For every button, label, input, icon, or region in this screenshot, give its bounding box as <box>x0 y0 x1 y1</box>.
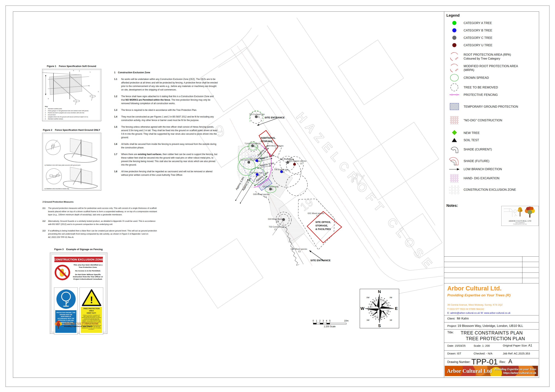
section-ground-protection: 2 Ground Protection Measures 2.1The grou… <box>43 201 160 242</box>
company-email-web[interactable]: E: admin@arbor-cultural.co.uk W: www.arb… <box>447 312 511 314</box>
signage-sheet: CONSTRUCTION EXCLUSION ZONE ✋ This area … <box>52 254 106 332</box>
revision-row <box>444 267 539 273</box>
compass-rose: N E S W nw ne sw se <box>360 289 399 328</box>
g02-leader <box>289 238 303 264</box>
legend-item-shade-current: SHADE (CURRENT) <box>448 145 538 154</box>
no-entry-icon: ✋ <box>54 264 71 281</box>
svg-text:T14 Common holly: T14 Common holly <box>245 142 261 145</box>
company-address: 36 Central Avenue, West Molesey, Surrey,… <box>447 303 503 306</box>
checked-field: Checked: - N/A <box>474 352 492 355</box>
figure1-key-lines: 1Standard scaffold poles 2Heavy gauge 2 … <box>45 108 88 120</box>
svg-text:3: 3 <box>45 112 46 114</box>
svg-text:2: 2 <box>45 110 46 112</box>
low-branch-arrow-icon <box>448 167 461 171</box>
figure1-title: Figure 1 Fence Specification Soft Ground <box>42 65 101 67</box>
clause-1-2: 1.2The fence shall have signs attached t… <box>114 95 218 105</box>
legend-item-category-b: CATEGORY B TREE <box>448 27 538 33</box>
new-tree-icon <box>448 130 461 136</box>
company-phone: T 0333 577 5523 M 07899 984162 <box>447 308 484 310</box>
cez-banner: CONSTRUCTION EXCLUSION ZONE <box>54 257 103 262</box>
svg-text:1: 1 <box>45 108 46 109</box>
rpa-arc-icon: RPA <box>448 51 461 62</box>
site-office-zone <box>307 211 342 243</box>
site-office-label: SITE OFFICE, STORAGE, & FACILITIES <box>315 221 331 231</box>
legend-item-protective-fencing: PROTECTIVE FENCING <box>448 93 538 97</box>
banner-company-name: Arbor Cultural Ltd <box>447 368 492 374</box>
svg-text:T05 Lawson cypress: T05 Lawson cypress <box>289 160 306 162</box>
category-b-dot-icon <box>448 27 461 33</box>
scale-field: Scale: 1: 200 <box>474 344 490 347</box>
revision-label: Rev: <box>499 360 506 364</box>
svg-text:W: W <box>361 306 365 311</box>
revision-value: A <box>508 358 512 365</box>
no-dig-icon <box>448 115 461 125</box>
drawing-title-line2: TREE PROTECTION PLAN <box>466 336 525 341</box>
section1-number: 1 <box>114 71 116 74</box>
svg-text:C1: C1 <box>253 145 256 147</box>
svg-text:SITE OFFICE,: SITE OFFICE, <box>315 221 331 224</box>
legend-item-hand-dig: HAND- DIG EXCAVATION <box>448 173 538 183</box>
company-logo-art <box>502 206 538 219</box>
svg-text:C2: C2 <box>276 220 279 223</box>
crown-spread-icon <box>448 74 461 82</box>
category-c-dot-icon <box>448 35 461 41</box>
drawing-number-value: TPP-01 <box>471 357 498 366</box>
legend-item-tree-removed: TREE TO BE REMOVED <box>448 83 538 92</box>
svg-text:C2: C2 <box>298 250 301 253</box>
figure2-drawing: a) Stabilizer strut with base plate secu… <box>42 133 101 190</box>
figure2-caption-b: b) Stabilizer strut mounted on block tra… <box>44 188 69 189</box>
company-slogan: Providing Expertise on Your Trees (R) <box>447 293 511 297</box>
section-construction-exclusion-zone: 1 Construction Exclusion Zone 1.1No work… <box>114 71 218 180</box>
notes-title: Notes: <box>446 203 458 208</box>
svg-text:C2: C2 <box>275 147 278 149</box>
legend-item-crown-spread: CROWN SPREAD <box>448 74 538 82</box>
svg-text:T12 Wild cherry: T12 Wild cherry <box>250 172 264 174</box>
svg-text:6: 6 <box>45 118 46 120</box>
svg-text:T06 English yew: T06 English yew <box>274 168 288 171</box>
svg-text:STORAGE,: STORAGE, <box>315 224 328 227</box>
svg-text:C1: C1 <box>274 228 277 231</box>
svg-text:C1: C1 <box>257 116 260 118</box>
site-entrance-bottom-label: SITE ENTRANCE <box>310 259 331 262</box>
legend-item-mrpa: RPA MODIFIED ROOT PROTECTION AREA(MRPA) <box>448 63 538 73</box>
job-ref-field: Job Ref: AC.2025.353 <box>503 352 530 355</box>
svg-text:& FACILITIES: & FACILITIES <box>315 228 331 231</box>
logo-box-tagline: Providing expertise on your trees <box>502 224 539 225</box>
site-entrance-top-label: SITE ENTRANCE <box>264 116 285 119</box>
svg-text:0: 0 <box>313 319 314 322</box>
svg-text:S: S <box>378 323 381 328</box>
clause-1-3: 1.3The fence is required to be sited in … <box>114 109 218 112</box>
legend-item-category-a: CATEGORY A TREE <box>448 20 538 26</box>
legend-item-new-tree: NEW TREE <box>448 130 538 136</box>
scale-caption: 1:200 Scale <box>324 325 336 328</box>
svg-text:nw: nw <box>366 296 370 299</box>
svg-text:4: 4 <box>326 319 327 322</box>
svg-text:RPA: RPA <box>455 57 459 60</box>
company-name: Arbor Cultural Ltd. <box>447 285 502 292</box>
drawn-field: Drawn: IST <box>447 352 461 355</box>
svg-text:4: 4 <box>45 114 46 116</box>
drawing-number-label: Drawing Number: <box>447 360 470 364</box>
svg-text:Heavy gauge 2 m tall galvanize: Heavy gauge 2 m tall galvanized tube and… <box>48 110 88 112</box>
clause-1-5: 1.5The fencing unless otherwise agreed w… <box>114 125 218 139</box>
section1-heading: Construction Exclusion Zone <box>118 71 150 74</box>
svg-text:B1: B1 <box>258 160 260 162</box>
clause-2-1: 2.1The ground protection measures will b… <box>43 207 160 217</box>
clause-1-1: 1.1No works will be undertaken within an… <box>114 78 218 92</box>
section2-heading: 2 Ground Protection Measures <box>43 201 160 203</box>
hand-dig-icon <box>448 173 461 183</box>
date-field: Date: 15/03/25 <box>447 344 466 347</box>
drawing-sheet: HAZELCROFT CLOSE 9 21 19 <box>0 0 555 392</box>
svg-text:G01 Mixed species: G01 Mixed species <box>308 212 324 214</box>
svg-text:G02 Mixed species: G02 Mixed species <box>291 248 307 250</box>
project-row: Project: 19 Blossom Way, Uxbridge, Londo… <box>447 324 523 328</box>
temporary-ground-protection-icon <box>448 102 461 111</box>
sign-paragraph-3: Do Not Enter Without Specific Instructio… <box>72 273 104 280</box>
plot-number-19: 19 <box>298 196 316 213</box>
svg-text:G08 Mixed species: G08 Mixed species <box>253 193 270 195</box>
svg-text:1: 1 <box>316 319 317 322</box>
banner-url[interactable]: https://arbor-cultural.co.uk <box>503 371 536 374</box>
svg-text:T03 Common ash: T03 Common ash <box>269 226 284 228</box>
logo-box-subtitle: Tree Consultancy <box>502 222 539 224</box>
soil-test-icon <box>448 137 461 143</box>
